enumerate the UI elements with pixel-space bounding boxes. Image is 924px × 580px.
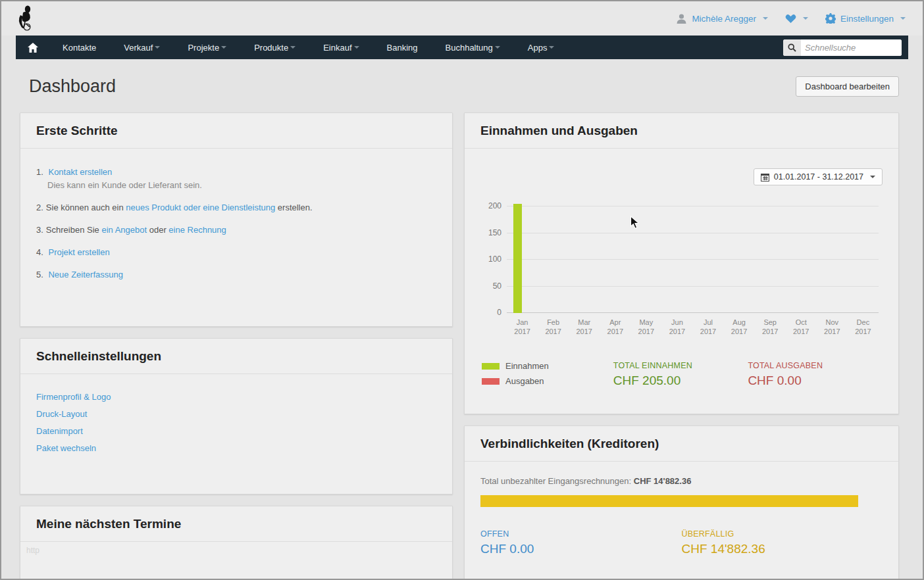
step-note: Dies kann ein Kunde oder Lieferant sein. <box>47 179 436 192</box>
nav-item-buchhaltung[interactable]: Buchhaltung <box>432 36 514 59</box>
user-icon <box>676 13 687 24</box>
offen-stat: OFFEN CHF 0.00 <box>480 529 682 556</box>
settings-menu[interactable]: Einstellungen <box>825 13 906 24</box>
y-tick-label: 200 <box>480 201 501 210</box>
chart-slot-apr-2017 <box>600 201 630 313</box>
bar-einnahmen-jan-2017 <box>513 204 522 313</box>
x-tick-label: Jul2017 <box>692 318 723 336</box>
x-tick-label: May2017 <box>630 318 661 336</box>
nav-item-apps[interactable]: Apps <box>514 36 569 59</box>
link-rechnung[interactable]: eine Rechnung <box>168 225 226 235</box>
list-item: 1. Kontakt erstellen Dies kann ein Kunde… <box>36 166 436 192</box>
legend-einnahmen: Einnahmen <box>482 361 613 371</box>
chevron-down-icon <box>549 46 554 49</box>
chevron-down-icon <box>803 17 808 20</box>
legend-ausgaben: Ausgaben <box>482 376 613 386</box>
chart-slot-mar-2017 <box>569 201 600 313</box>
x-tick-label: Jan2017 <box>507 318 538 336</box>
x-tick-label: Dec2017 <box>848 318 879 336</box>
date-range-button[interactable]: 01.01.2017 - 31.12.2017 <box>754 168 883 185</box>
main-navbar: Kontakte Verkauf Projekte Produkte Einka… <box>16 36 908 59</box>
overdue-progress-fill <box>480 495 858 507</box>
link-firmenprofil-logo[interactable]: Firmenprofil & Logo <box>36 393 436 401</box>
overdue-progress-bar <box>480 495 883 507</box>
total-einnahmen: TOTAL EINNAHMEN CHF 205.00 <box>613 361 748 388</box>
chart-slot-jan-2017 <box>507 201 538 313</box>
search-icon <box>783 39 801 56</box>
link-druck-layout[interactable]: Druck-Layout <box>36 410 436 418</box>
total-ausgaben: TOTAL AUSGABEN CHF 0.00 <box>748 361 883 388</box>
empty-termine-text: Keine offenen Termine vorhanden <box>36 552 436 580</box>
link-kontakt-erstellen[interactable]: Kontakt erstellen <box>48 167 112 177</box>
kreditoren-total-value: CHF 14'882.36 <box>634 476 692 486</box>
einnahmen-ausgaben-panel: Einnahmen und Ausgaben 01.01.2017 - 31.1… <box>464 112 899 414</box>
page-header: Dashboard Dashboard bearbeiten <box>1 59 923 97</box>
chart-slot-may-2017 <box>630 201 661 313</box>
edit-dashboard-button[interactable]: Dashboard bearbeiten <box>796 76 899 97</box>
list-item: 2.Sie können auch ein neues Produkt oder… <box>36 201 436 214</box>
chart-slot-oct-2017 <box>786 201 817 313</box>
nav-item-einkauf[interactable]: Einkauf <box>309 36 372 59</box>
verbindlichkeiten-panel: Verbindlichkeiten (Kreditoren) Total unb… <box>464 425 899 580</box>
chevron-down-icon <box>763 17 768 20</box>
panel-title: Einnahmen und Ausgaben <box>480 124 883 138</box>
page-title: Dashboard <box>29 76 116 97</box>
search-input[interactable] <box>801 39 902 56</box>
nav-item-banking[interactable]: Banking <box>373 36 432 59</box>
date-range-label: 01.01.2017 - 31.12.2017 <box>774 172 863 181</box>
chevron-down-icon <box>221 46 226 49</box>
link-datenimport[interactable]: Datenimport <box>36 427 436 435</box>
y-tick-label: 100 <box>480 254 501 264</box>
favorites-menu[interactable] <box>785 14 808 24</box>
chevron-down-icon <box>354 46 359 49</box>
chart-x-axis: Jan2017Feb2017Mar2017Apr2017May2017Jun20… <box>507 318 879 336</box>
home-icon <box>28 43 38 53</box>
nav-item-verkauf[interactable]: Verkauf <box>110 36 174 59</box>
right-column: Einnahmen und Ausgaben 01.01.2017 - 31.1… <box>464 112 899 580</box>
link-paket-wechseln[interactable]: Paket wechseln <box>36 444 436 452</box>
link-angebot[interactable]: ein Angebot <box>101 225 147 235</box>
chart-slot-jul-2017 <box>692 201 723 313</box>
link-neue-zeiterfassung[interactable]: Neue Zeiterfassung <box>48 270 122 279</box>
gear-icon <box>825 13 836 24</box>
user-menu[interactable]: Michèle Aregger <box>676 13 768 24</box>
ueberfaellig-stat: ÜBERFÄLLIG CHF 14'882.36 <box>682 529 883 556</box>
kreditoren-total-line: Total unbezahlter Eingangsrechnungen: CH… <box>480 476 883 486</box>
calendar-icon <box>761 173 769 181</box>
x-tick-label: Jun2017 <box>661 318 692 336</box>
chevron-down-icon <box>870 176 875 178</box>
chart-slot-jun-2017 <box>661 201 692 313</box>
chevron-down-icon <box>900 17 906 20</box>
browser-status-text: http <box>26 546 39 555</box>
top-header: Michèle Aregger Einstellungen <box>1 1 923 36</box>
link-neues-produkt[interactable]: neues Produkt oder eine Dienstleistung <box>126 203 275 212</box>
list-item: 3.Schreiben Sie ein Angebot oder eine Re… <box>36 224 436 237</box>
nav-item-projekte[interactable]: Projekte <box>174 36 240 59</box>
chart: 050100150200 Jan2017Feb2017Mar2017Apr201… <box>482 201 879 336</box>
nav-home[interactable] <box>16 36 49 59</box>
erste-schritte-panel: Erste Schritte 1. Kontakt erstellen Dies… <box>20 112 453 327</box>
x-tick-label: Mar2017 <box>569 318 600 336</box>
nav-item-produkte[interactable]: Produkte <box>240 36 309 59</box>
y-tick-label: 50 <box>480 281 501 291</box>
y-tick-label: 150 <box>480 228 501 237</box>
list-item: 5. Neue Zeiterfassung <box>36 268 436 281</box>
legend-swatch-einnahmen <box>482 363 500 370</box>
settings-label: Einstellungen <box>840 14 894 24</box>
steps-list: 1. Kontakt erstellen Dies kann ein Kunde… <box>36 159 436 310</box>
chart-plot-area: 050100150200 <box>507 201 879 313</box>
app-window: { "header": { "user_name": "Michèle Areg… <box>0 0 924 580</box>
dashboard-content: Erste Schritte 1. Kontakt erstellen Dies… <box>1 112 923 580</box>
panel-title: Verbindlichkeiten (Kreditoren) <box>480 437 883 451</box>
legend-swatch-ausgaben <box>482 378 500 385</box>
chart-slot-sep-2017 <box>755 201 786 313</box>
user-name: Michèle Aregger <box>692 14 756 24</box>
chart-slot-nov-2017 <box>817 201 848 313</box>
heart-icon <box>785 14 796 24</box>
x-tick-label: Apr2017 <box>600 318 630 336</box>
termine-panel: Meine nächsten Termine Keine offenen Ter… <box>20 506 453 580</box>
link-projekt-erstellen[interactable]: Projekt erstellen <box>48 247 109 257</box>
nav-item-kontakte[interactable]: Kontakte <box>49 36 110 59</box>
x-tick-label: Aug2017 <box>724 318 755 336</box>
chart-slot-aug-2017 <box>724 201 755 313</box>
